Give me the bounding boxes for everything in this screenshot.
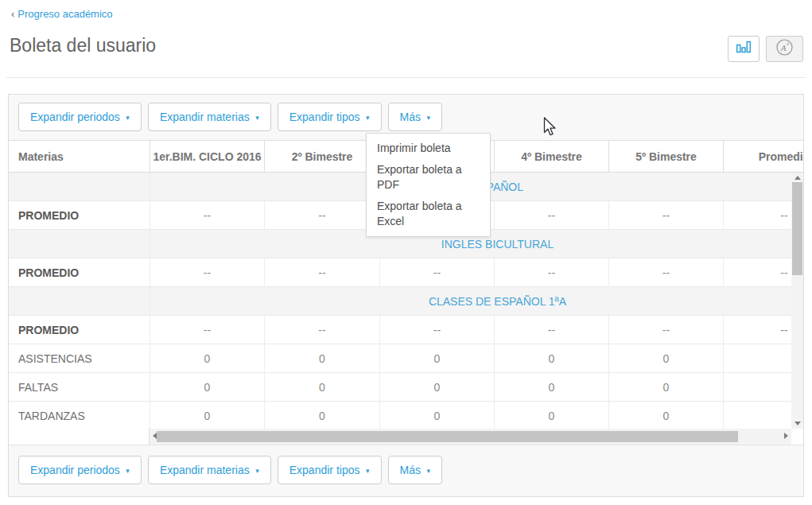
table-row: ASISTENCIAS00000	[9, 344, 791, 373]
grid-cell: 0	[264, 344, 379, 372]
section-row: CLASES DE ESPAÑOL 1ªA	[9, 287, 791, 316]
scroll-down-button[interactable]	[795, 421, 801, 425]
mas-button[interactable]: Más ▾	[388, 456, 442, 484]
table-row: FALTAS00000	[9, 373, 791, 402]
grid-cell: --	[264, 201, 379, 229]
chevron-left-icon: ‹	[11, 8, 14, 20]
grid-cell: 0	[264, 373, 379, 401]
grid-cell: --	[723, 258, 791, 286]
button-label: Expandir materias	[160, 111, 250, 123]
expandir-materias-button[interactable]: Expandir materias ▾	[148, 456, 271, 484]
mas-button[interactable]: Más ▾	[388, 103, 442, 131]
table-row: PROMEDIO------------	[9, 316, 791, 344]
caret-down-icon: ▾	[425, 114, 430, 122]
grid-cell: --	[379, 316, 494, 344]
button-label: Expandir periodos	[30, 111, 120, 123]
grid-cell: 0	[379, 344, 494, 372]
menu-item-exportar-pdf[interactable]: Exportar boleta a PDF	[367, 159, 490, 196]
grid-cell: --	[264, 316, 379, 344]
grid-cell	[723, 373, 791, 401]
scrollbar-corner	[791, 429, 803, 445]
row-label: PROMEDIO	[9, 316, 150, 344]
scroll-right-button[interactable]	[784, 433, 788, 439]
page-title: Boleta del usuario	[10, 35, 156, 56]
scroll-up-button[interactable]	[795, 176, 801, 180]
header-divider	[6, 77, 806, 78]
expandir-materias-button[interactable]: Expandir materias ▾	[148, 103, 271, 131]
grid-cell: --	[379, 258, 494, 286]
menu-item-exportar-excel[interactable]: Exportar boleta a Excel	[367, 196, 490, 232]
grid-cell: 0	[379, 373, 494, 401]
grid-cell: --	[608, 316, 723, 344]
grid-cell: --	[494, 258, 608, 286]
grid-cell: --	[150, 316, 264, 344]
expandir-tipos-button[interactable]: Expandir tipos ▾	[278, 103, 382, 131]
caret-down-icon: ▾	[425, 467, 430, 475]
locked-column-footer	[9, 429, 150, 445]
grid-cell: --	[608, 258, 723, 286]
grade-scale-button[interactable]: A +	[766, 36, 803, 62]
grid-cell: 0	[150, 373, 264, 401]
vertical-scrollbar[interactable]	[791, 173, 803, 429]
column-header-1: 1er.BIM. CICLO 2016	[150, 141, 264, 173]
section-row-locked-cell	[9, 230, 150, 258]
caret-down-icon: ▾	[363, 467, 369, 475]
button-label: Expandir tipos	[289, 111, 360, 123]
grid-cell: --	[723, 316, 791, 344]
grid-cell: 0	[494, 402, 608, 429]
button-label: Más	[400, 111, 421, 123]
column-header-5: 5º Bimestre	[608, 141, 723, 173]
button-label: Expandir periodos	[30, 464, 120, 476]
horizontal-scrollbar[interactable]	[150, 429, 791, 445]
mas-dropdown-menu: Imprimir boletaExportar boleta a PDFExpo…	[366, 133, 491, 237]
grid-cell: --	[264, 258, 379, 286]
grid-cell: 0	[150, 402, 264, 429]
breadcrumb-link[interactable]: Progreso académico	[17, 8, 112, 20]
button-label: Expandir materias	[160, 464, 250, 476]
section-row-locked-cell	[9, 173, 150, 200]
caret-down-icon: ▾	[124, 467, 130, 475]
expandir-periodos-button[interactable]: Expandir periodos ▾	[18, 103, 142, 131]
svg-text:+: +	[787, 41, 790, 47]
bar-chart-icon	[736, 41, 752, 57]
button-label: Expandir tipos	[289, 464, 360, 476]
row-label: FALTAS	[9, 373, 150, 401]
button-label: Más	[400, 464, 421, 476]
toolbar-bottom: Expandir periodos ▾Expandir materias ▾Ex…	[9, 445, 803, 496]
grid-cell: 0	[608, 402, 723, 429]
a-plus-circle-icon: A +	[775, 38, 794, 60]
grid-cell: --	[723, 201, 791, 229]
grid-cell: 0	[494, 344, 608, 372]
column-header-2: 2º Bimestre	[264, 141, 379, 173]
grid-cell	[723, 344, 791, 372]
section-row-locked-cell	[9, 287, 150, 315]
caret-down-icon: ▾	[254, 467, 259, 475]
grid-cell: --	[150, 201, 264, 229]
row-label: PROMEDIO	[9, 201, 150, 229]
table-row: TARDANZAS00000	[9, 402, 791, 429]
grid-cell: 0	[608, 344, 723, 372]
grid-cell: --	[494, 201, 608, 229]
section-title-link[interactable]: CLASES DE ESPAÑOL 1ªA	[150, 287, 791, 315]
menu-item-imprimir-boleta[interactable]: Imprimir boleta	[367, 138, 490, 159]
caret-down-icon: ▾	[124, 114, 130, 122]
chart-view-button[interactable]	[728, 36, 760, 62]
grid-cell: --	[494, 316, 608, 344]
row-label: ASISTENCIAS	[9, 344, 150, 372]
table-row: PROMEDIO------------	[9, 258, 791, 287]
row-label: PROMEDIO	[9, 258, 150, 286]
column-header-6: Promedio	[723, 141, 803, 173]
expandir-tipos-button[interactable]: Expandir tipos ▾	[278, 456, 382, 484]
row-label: TARDANZAS	[9, 402, 150, 429]
horizontal-scrollbar-thumb[interactable]	[157, 431, 738, 442]
vertical-scrollbar-thumb[interactable]	[792, 182, 802, 275]
breadcrumb[interactable]: ‹Progreso académico	[11, 8, 113, 20]
grid-cell: 0	[608, 373, 723, 401]
column-header-4: 4º Bimestre	[494, 141, 608, 173]
grid-cell: 0	[379, 402, 494, 429]
grid-cell	[723, 402, 791, 429]
expandir-periodos-button[interactable]: Expandir periodos ▾	[18, 456, 142, 484]
column-header-0: Materias	[9, 141, 150, 173]
caret-down-icon: ▾	[254, 114, 259, 122]
grid-cell: --	[150, 258, 264, 286]
